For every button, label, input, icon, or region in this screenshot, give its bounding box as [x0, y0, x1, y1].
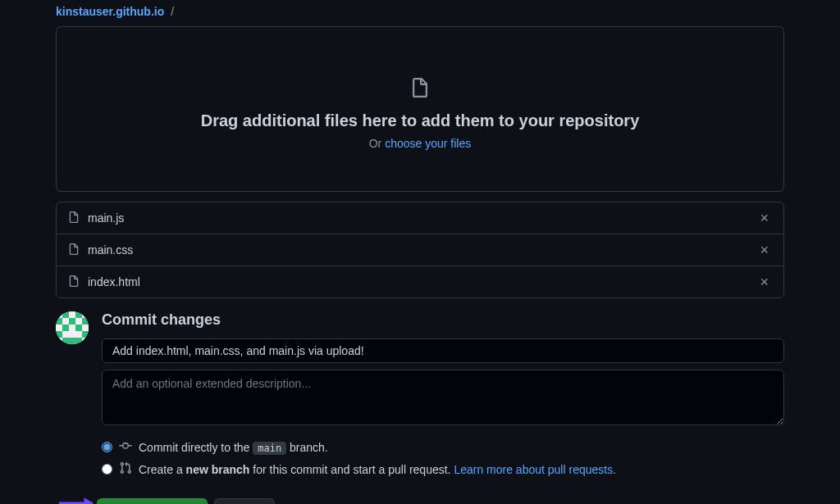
file-icon — [410, 76, 430, 102]
commit-section: Commit changes Commit directly to the ma… — [56, 311, 784, 504]
filename: main.css — [88, 243, 756, 257]
breadcrumb-separator: / — [171, 5, 174, 18]
file-dropzone[interactable]: Drag additional files here to add them t… — [56, 26, 784, 192]
git-commit-icon — [119, 439, 132, 455]
commit-newbranch-radio-row[interactable]: Create a new branch for this commit and … — [102, 461, 784, 477]
repo-link[interactable]: kinstauser.github.io — [56, 5, 164, 18]
cancel-button[interactable]: Cancel — [214, 498, 275, 504]
commit-summary-input[interactable] — [102, 338, 784, 363]
file-row: main.js × — [57, 202, 783, 234]
pull-request-icon — [119, 461, 132, 477]
remove-file-button[interactable]: × — [756, 275, 772, 289]
breadcrumb: kinstauser.github.io / — [56, 0, 784, 26]
branch-name-tag: main — [253, 442, 286, 455]
file-row: index.html × — [57, 266, 783, 297]
filename: index.html — [88, 275, 756, 288]
commit-direct-radio[interactable] — [102, 442, 112, 452]
radio-label: Commit directly to the main branch. — [139, 441, 328, 454]
choose-files-link[interactable]: choose your files — [385, 137, 471, 150]
file-icon — [68, 243, 80, 257]
commit-changes-button[interactable]: Commit changes — [97, 498, 208, 504]
avatar — [56, 311, 89, 344]
annotation-arrow — [57, 496, 94, 504]
remove-file-button[interactable]: × — [756, 243, 772, 257]
dropzone-heading: Drag additional files here to add them t… — [73, 111, 767, 130]
filename: main.js — [88, 211, 756, 225]
commit-description-input[interactable] — [102, 370, 784, 425]
file-icon — [68, 275, 80, 289]
file-row: main.css × — [57, 234, 783, 266]
commit-heading: Commit changes — [102, 311, 784, 329]
radio-label: Create a new branch for this commit and … — [139, 463, 616, 476]
uploaded-files-list: main.js × main.css × index.html × — [56, 202, 784, 298]
dropzone-subtext: Or choose your files — [73, 137, 767, 150]
commit-newbranch-radio[interactable] — [102, 464, 112, 474]
file-icon — [68, 211, 80, 225]
svg-marker-1 — [84, 497, 94, 504]
remove-file-button[interactable]: × — [756, 211, 772, 225]
pull-request-learn-link[interactable]: Learn more about pull requests. — [454, 463, 616, 476]
commit-direct-radio-row[interactable]: Commit directly to the main branch. — [102, 439, 784, 455]
